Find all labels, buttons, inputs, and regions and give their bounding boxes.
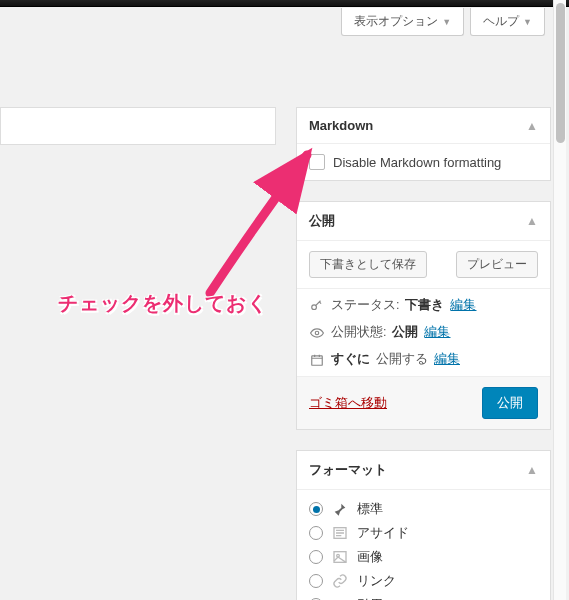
format-panel-title: フォーマット	[309, 461, 387, 479]
collapse-icon: ▲	[526, 119, 538, 133]
edit-visibility-link[interactable]: 編集	[424, 324, 450, 341]
publish-panel-title: 公開	[309, 212, 335, 230]
format-label: 画像	[357, 548, 383, 566]
disable-markdown-label: Disable Markdown formatting	[333, 155, 501, 170]
chevron-down-icon: ▼	[442, 17, 451, 27]
move-to-trash-link[interactable]: ゴミ箱へ移動	[309, 395, 387, 412]
radio-link[interactable]	[309, 574, 323, 588]
markdown-panel: Markdown ▲ Disable Markdown formatting	[296, 107, 551, 181]
quote-icon	[331, 596, 349, 600]
visibility-row: 公開状態: 公開 編集	[309, 324, 538, 341]
scrollbar-thumb[interactable]	[556, 3, 565, 143]
visibility-value: 公開	[392, 324, 418, 341]
format-option-aside[interactable]: アサイド	[309, 524, 538, 542]
format-label: リンク	[357, 572, 396, 590]
markdown-panel-header[interactable]: Markdown ▲	[297, 108, 550, 144]
status-row: ステータス: 下書き 編集	[309, 297, 538, 314]
format-option-quote[interactable]: 引用	[309, 596, 538, 600]
display-options-tab[interactable]: 表示オプション ▼	[341, 8, 464, 36]
format-option-image[interactable]: 画像	[309, 548, 538, 566]
publish-panel: 公開 ▲ 下書きとして保存 プレビュー ステータス: 下書き 編集	[296, 201, 551, 430]
chevron-down-icon: ▼	[523, 17, 532, 27]
publish-status-list: ステータス: 下書き 編集 公開状態: 公開 編集 すぐに	[297, 289, 550, 377]
markdown-panel-body: Disable Markdown formatting	[297, 144, 550, 180]
collapse-icon: ▲	[526, 214, 538, 228]
sidebar-column: Markdown ▲ Disable Markdown formatting 公…	[296, 107, 551, 600]
format-panel: フォーマット ▲ 標準 アサイド	[296, 450, 551, 600]
help-tab[interactable]: ヘルプ ▼	[470, 8, 545, 36]
radio-image[interactable]	[309, 550, 323, 564]
pushpin-icon	[331, 500, 349, 518]
key-icon	[309, 299, 325, 313]
status-value: 下書き	[405, 297, 444, 314]
markdown-panel-title: Markdown	[309, 118, 373, 133]
save-draft-button[interactable]: 下書きとして保存	[309, 251, 427, 278]
format-list: 標準 アサイド 画像	[297, 490, 550, 600]
link-icon	[331, 572, 349, 590]
format-label: アサイド	[357, 524, 409, 542]
format-label: 標準	[357, 500, 383, 518]
publish-top-actions: 下書きとして保存 プレビュー	[297, 241, 550, 289]
post-title-input[interactable]	[0, 107, 276, 145]
image-icon	[331, 548, 349, 566]
format-label: 引用	[357, 596, 383, 600]
svg-rect-2	[312, 355, 323, 364]
calendar-icon	[309, 353, 325, 367]
publish-bottom-actions: ゴミ箱へ移動 公開	[297, 377, 550, 429]
collapse-icon: ▲	[526, 463, 538, 477]
format-option-standard[interactable]: 標準	[309, 500, 538, 518]
schedule-suffix: 公開する	[376, 351, 428, 368]
display-options-label: 表示オプション	[354, 13, 438, 30]
annotation-text: チェックを外しておく	[58, 290, 268, 317]
radio-standard[interactable]	[309, 502, 323, 516]
publish-button[interactable]: 公開	[482, 387, 538, 419]
visibility-label: 公開状態:	[331, 324, 386, 341]
radio-aside[interactable]	[309, 526, 323, 540]
screen-options-tabs: 表示オプション ▼ ヘルプ ▼	[335, 8, 545, 36]
status-label: ステータス:	[331, 297, 399, 314]
admin-topbar	[0, 0, 569, 7]
format-option-link[interactable]: リンク	[309, 572, 538, 590]
disable-markdown-row[interactable]: Disable Markdown formatting	[309, 154, 538, 170]
svg-point-1	[315, 331, 319, 335]
help-label: ヘルプ	[483, 13, 519, 30]
editor-column	[0, 107, 276, 600]
schedule-value: すぐに	[331, 351, 370, 368]
eye-icon	[309, 326, 325, 340]
edit-schedule-link[interactable]: 編集	[434, 351, 460, 368]
preview-button[interactable]: プレビュー	[456, 251, 538, 278]
disable-markdown-checkbox[interactable]	[309, 154, 325, 170]
scrollbar[interactable]	[553, 0, 566, 600]
schedule-row: すぐに 公開する 編集	[309, 351, 538, 368]
format-panel-header[interactable]: フォーマット ▲	[297, 451, 550, 490]
edit-status-link[interactable]: 編集	[450, 297, 476, 314]
aside-icon	[331, 524, 349, 542]
svg-point-0	[312, 304, 317, 309]
publish-panel-header[interactable]: 公開 ▲	[297, 202, 550, 241]
